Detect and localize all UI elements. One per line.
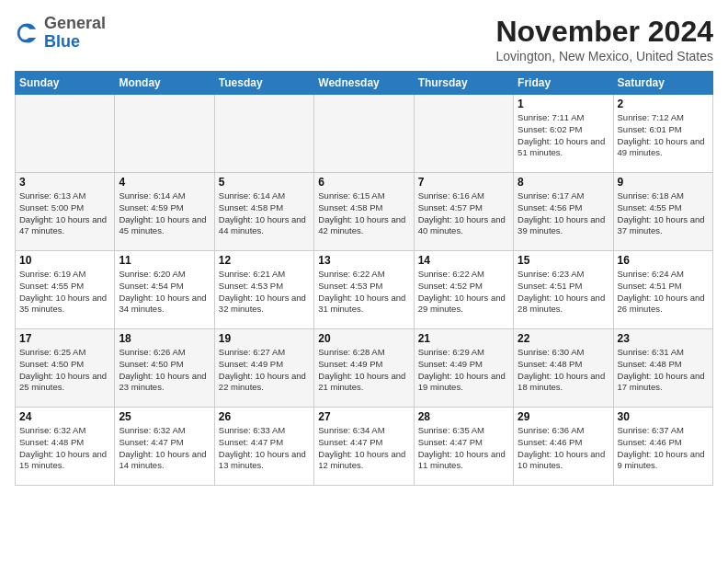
cell-info: Sunrise: 6:33 AMSunset: 4:47 PMDaylight:… — [219, 425, 310, 472]
day-number: 7 — [418, 176, 509, 189]
calendar-week-row: 17Sunrise: 6:25 AMSunset: 4:50 PMDayligh… — [16, 329, 713, 408]
calendar-cell: 8Sunrise: 6:17 AMSunset: 4:56 PMDaylight… — [514, 173, 613, 251]
cell-info: Sunrise: 6:34 AMSunset: 4:47 PMDaylight:… — [318, 425, 409, 472]
day-number: 25 — [119, 410, 210, 423]
calendar-cell — [414, 95, 513, 173]
calendar-cell: 12Sunrise: 6:21 AMSunset: 4:53 PMDayligh… — [214, 251, 313, 329]
day-number: 3 — [19, 176, 110, 189]
calendar-cell — [214, 95, 313, 173]
logo-blue: Blue — [44, 33, 106, 52]
calendar-cell: 9Sunrise: 6:18 AMSunset: 4:55 PMDaylight… — [613, 173, 712, 251]
cell-info: Sunrise: 6:16 AMSunset: 4:57 PMDaylight:… — [418, 190, 509, 237]
day-number: 8 — [518, 176, 609, 189]
logo-text: General Blue — [44, 15, 106, 52]
logo-general: General — [44, 15, 106, 33]
day-number: 23 — [618, 332, 709, 345]
calendar-cell: 17Sunrise: 6:25 AMSunset: 4:50 PMDayligh… — [16, 329, 115, 408]
day-number: 4 — [119, 176, 210, 189]
day-number: 16 — [618, 254, 709, 267]
month-title: November 2024 — [495, 15, 713, 49]
cell-info: Sunrise: 6:29 AMSunset: 4:49 PMDaylight:… — [418, 347, 509, 394]
day-number: 2 — [618, 98, 709, 110]
calendar-week-row: 24Sunrise: 6:32 AMSunset: 4:48 PMDayligh… — [16, 408, 713, 486]
calendar-cell: 25Sunrise: 6:32 AMSunset: 4:47 PMDayligh… — [115, 408, 214, 486]
weekday-header: Wednesday — [314, 72, 414, 95]
calendar-cell: 18Sunrise: 6:26 AMSunset: 4:50 PMDayligh… — [115, 329, 214, 408]
calendar-cell: 3Sunrise: 6:13 AMSunset: 5:00 PMDaylight… — [16, 173, 115, 251]
cell-info: Sunrise: 6:20 AMSunset: 4:54 PMDaylight:… — [119, 269, 210, 316]
calendar-cell — [314, 95, 414, 173]
day-number: 19 — [219, 332, 310, 345]
cell-info: Sunrise: 6:31 AMSunset: 4:48 PMDaylight:… — [618, 347, 709, 394]
calendar-cell: 21Sunrise: 6:29 AMSunset: 4:49 PMDayligh… — [414, 329, 513, 408]
calendar-cell: 1Sunrise: 7:11 AMSunset: 6:02 PMDaylight… — [514, 95, 613, 173]
day-number: 10 — [19, 254, 110, 267]
calendar-cell: 7Sunrise: 6:16 AMSunset: 4:57 PMDaylight… — [414, 173, 513, 251]
weekday-header: Thursday — [414, 72, 513, 95]
calendar-cell: 13Sunrise: 6:22 AMSunset: 4:53 PMDayligh… — [314, 251, 414, 329]
calendar-cell: 5Sunrise: 6:14 AMSunset: 4:58 PMDaylight… — [214, 173, 313, 251]
calendar-week-row: 10Sunrise: 6:19 AMSunset: 4:55 PMDayligh… — [16, 251, 713, 329]
calendar-cell: 11Sunrise: 6:20 AMSunset: 4:54 PMDayligh… — [115, 251, 214, 329]
calendar-cell — [16, 95, 115, 173]
day-number: 28 — [418, 410, 509, 423]
cell-info: Sunrise: 6:36 AMSunset: 4:46 PMDaylight:… — [518, 425, 609, 472]
calendar-cell: 16Sunrise: 6:24 AMSunset: 4:51 PMDayligh… — [613, 251, 712, 329]
calendar-cell: 26Sunrise: 6:33 AMSunset: 4:47 PMDayligh… — [214, 408, 313, 486]
day-number: 17 — [19, 332, 110, 345]
cell-info: Sunrise: 6:23 AMSunset: 4:51 PMDaylight:… — [518, 269, 609, 316]
cell-info: Sunrise: 6:27 AMSunset: 4:49 PMDaylight:… — [219, 347, 310, 394]
weekday-header: Saturday — [613, 72, 712, 95]
calendar-cell: 2Sunrise: 7:12 AMSunset: 6:01 PMDaylight… — [613, 95, 712, 173]
location: Lovington, New Mexico, United States — [495, 49, 713, 63]
day-number: 6 — [318, 176, 409, 189]
day-number: 14 — [418, 254, 509, 267]
weekday-header: Sunday — [16, 72, 115, 95]
day-number: 24 — [19, 410, 110, 423]
cell-info: Sunrise: 6:15 AMSunset: 4:58 PMDaylight:… — [318, 190, 409, 237]
day-number: 15 — [518, 254, 609, 267]
day-number: 1 — [518, 98, 609, 110]
calendar-cell: 6Sunrise: 6:15 AMSunset: 4:58 PMDaylight… — [314, 173, 414, 251]
calendar-cell: 20Sunrise: 6:28 AMSunset: 4:49 PMDayligh… — [314, 329, 414, 408]
cell-info: Sunrise: 6:37 AMSunset: 4:46 PMDaylight:… — [618, 425, 709, 472]
calendar-cell: 30Sunrise: 6:37 AMSunset: 4:46 PMDayligh… — [613, 408, 712, 486]
cell-info: Sunrise: 6:32 AMSunset: 4:48 PMDaylight:… — [19, 425, 110, 472]
cell-info: Sunrise: 6:19 AMSunset: 4:55 PMDaylight:… — [19, 269, 110, 316]
calendar-cell: 23Sunrise: 6:31 AMSunset: 4:48 PMDayligh… — [613, 329, 712, 408]
cell-info: Sunrise: 6:22 AMSunset: 4:52 PMDaylight:… — [418, 269, 509, 316]
logo-icon — [15, 20, 40, 46]
cell-info: Sunrise: 6:18 AMSunset: 4:55 PMDaylight:… — [618, 190, 709, 237]
calendar-week-row: 3Sunrise: 6:13 AMSunset: 5:00 PMDaylight… — [16, 173, 713, 251]
calendar-week-row: 1Sunrise: 7:11 AMSunset: 6:02 PMDaylight… — [16, 95, 713, 173]
cell-info: Sunrise: 7:11 AMSunset: 6:02 PMDaylight:… — [518, 112, 609, 159]
cell-info: Sunrise: 6:21 AMSunset: 4:53 PMDaylight:… — [219, 269, 310, 316]
day-number: 18 — [119, 332, 210, 345]
calendar-cell: 14Sunrise: 6:22 AMSunset: 4:52 PMDayligh… — [414, 251, 513, 329]
calendar-cell: 19Sunrise: 6:27 AMSunset: 4:49 PMDayligh… — [214, 329, 313, 408]
cell-info: Sunrise: 6:35 AMSunset: 4:47 PMDaylight:… — [418, 425, 509, 472]
day-number: 11 — [119, 254, 210, 267]
day-number: 9 — [618, 176, 709, 189]
cell-info: Sunrise: 6:28 AMSunset: 4:49 PMDaylight:… — [318, 347, 409, 394]
cell-info: Sunrise: 6:22 AMSunset: 4:53 PMDaylight:… — [318, 269, 409, 316]
weekday-header: Tuesday — [214, 72, 313, 95]
day-number: 26 — [219, 410, 310, 423]
calendar-cell: 29Sunrise: 6:36 AMSunset: 4:46 PMDayligh… — [514, 408, 613, 486]
day-number: 20 — [318, 332, 409, 345]
cell-info: Sunrise: 6:32 AMSunset: 4:47 PMDaylight:… — [119, 425, 210, 472]
day-number: 27 — [318, 410, 409, 423]
weekday-header: Monday — [115, 72, 214, 95]
logo: General Blue — [15, 15, 106, 52]
cell-info: Sunrise: 6:25 AMSunset: 4:50 PMDaylight:… — [19, 347, 110, 394]
calendar-cell: 22Sunrise: 6:30 AMSunset: 4:48 PMDayligh… — [514, 329, 613, 408]
calendar-cell: 28Sunrise: 6:35 AMSunset: 4:47 PMDayligh… — [414, 408, 513, 486]
weekday-header-row: SundayMondayTuesdayWednesdayThursdayFrid… — [16, 72, 713, 95]
day-number: 29 — [518, 410, 609, 423]
day-number: 30 — [618, 410, 709, 423]
cell-info: Sunrise: 6:13 AMSunset: 5:00 PMDaylight:… — [19, 190, 110, 237]
calendar-cell: 15Sunrise: 6:23 AMSunset: 4:51 PMDayligh… — [514, 251, 613, 329]
calendar-cell: 10Sunrise: 6:19 AMSunset: 4:55 PMDayligh… — [16, 251, 115, 329]
cell-info: Sunrise: 6:14 AMSunset: 4:59 PMDaylight:… — [119, 190, 210, 237]
calendar-table: SundayMondayTuesdayWednesdayThursdayFrid… — [15, 71, 713, 486]
